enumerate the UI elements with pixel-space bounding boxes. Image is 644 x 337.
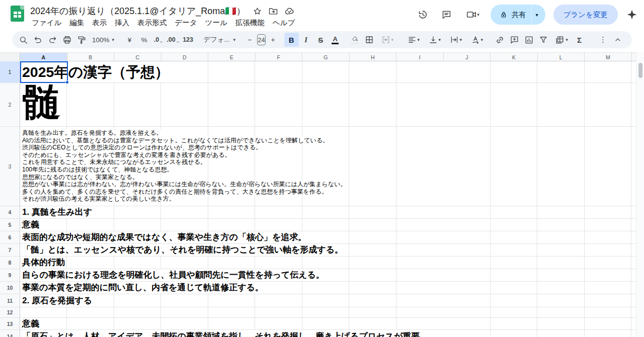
cell-a3[interactable]: 真髄を生み出す。原石を発掘する。原液を拵える。 AIの活用において、基盤となるの… (20, 127, 636, 206)
filter-icon[interactable] (536, 33, 551, 47)
row-header-9[interactable]: 9 (0, 269, 20, 282)
bold-button[interactable]: B (284, 33, 299, 47)
more-options-icon[interactable]: ⋮ (596, 33, 610, 47)
insert-link-icon[interactable] (493, 33, 507, 47)
column-header-f[interactable]: F (256, 53, 303, 61)
cell-a2[interactable]: 髄 (20, 83, 636, 127)
cell-a9[interactable]: 自らの事業における理念を明確化し、社員や顧問先に一貫性を持って伝える。 (20, 269, 636, 282)
format-currency-button[interactable]: ¥ (122, 33, 137, 47)
move-folder-icon[interactable] (268, 6, 278, 16)
row-header-1[interactable]: 1 (0, 61, 20, 83)
gemini-sparkle-icon[interactable] (626, 9, 638, 21)
star-icon[interactable] (253, 7, 262, 16)
share-dropdown[interactable]: ▾ (532, 12, 545, 18)
decrease-font-size-button[interactable]: − (244, 33, 256, 47)
redo-icon[interactable] (45, 33, 60, 47)
column-header-sliver[interactable] (632, 53, 636, 61)
italic-button[interactable]: I (299, 33, 313, 47)
more-formats-button[interactable]: 123 (181, 33, 195, 47)
row-header-2[interactable]: 2 (0, 83, 20, 127)
row-header-5[interactable]: 5 (0, 219, 20, 231)
select-all-corner[interactable] (0, 53, 20, 61)
column-header-m[interactable]: M (585, 53, 632, 61)
column-header-c[interactable]: C (114, 53, 162, 61)
menu-help[interactable]: ヘルプ (269, 17, 299, 29)
cell-a10[interactable]: 事業の本質を定期的に問い直し、内省を通じて軌道修正する。 (20, 282, 636, 294)
sheets-logo-icon[interactable] (11, 6, 24, 22)
cell-a5[interactable]: 意義 (20, 219, 636, 231)
cell-a6[interactable]: 表面的な成功や短期的な成果ではなく、事業や生き方の「核心」を追求。 (20, 231, 636, 244)
row-header-13[interactable]: 13 (0, 318, 20, 330)
decrease-decimal-button[interactable]: .0← (151, 33, 166, 47)
column-header-k[interactable]: K (491, 53, 538, 61)
text-rotation-button[interactable]: ▾ (466, 33, 488, 47)
fill-color-button[interactable] (348, 33, 362, 47)
menu-format[interactable]: 表示形式 (133, 17, 171, 29)
column-header-i[interactable]: I (396, 53, 444, 61)
cell-a14[interactable]: 「原石」とは、人材、アイデア、未開拓の事業領域を指し、それを発掘し、磨き上げるプ… (20, 330, 636, 337)
cell-a1[interactable]: 2025年の漢字（予想） (20, 61, 636, 83)
cell-a12[interactable] (20, 307, 636, 318)
text-wrap-button[interactable]: ▾ (445, 33, 466, 47)
font-select[interactable]: デフォ...▾ (200, 33, 238, 47)
menu-data[interactable]: データ (171, 17, 201, 29)
meet-video-icon[interactable]: ▾ (460, 5, 486, 25)
font-size-input[interactable]: 24 (257, 34, 265, 45)
doc-title[interactable]: 2024年の振り返り（2025.1.1@イタリア_Roma🇮🇹） (30, 5, 246, 17)
row-header-4[interactable]: 4 (0, 206, 20, 219)
column-header-l[interactable]: L (538, 53, 585, 61)
menu-tools[interactable]: ツール (201, 17, 231, 29)
row-header-12[interactable]: 12 (0, 307, 20, 318)
app-header: 2024年の振り返り（2025.1.1@イタリア_Roma🇮🇹） ファイル 編集… (0, 0, 644, 29)
cell-a8[interactable]: 具体的行動 (20, 257, 636, 269)
cloud-saved-icon[interactable] (284, 6, 295, 17)
share-button[interactable]: 共有 ▾ (491, 5, 545, 25)
row-header-10[interactable]: 10 (0, 282, 20, 294)
menu-view[interactable]: 表示 (88, 17, 111, 29)
format-percent-button[interactable]: % (137, 33, 151, 47)
column-header-e[interactable]: E (208, 53, 256, 61)
cell-a11[interactable]: 2. 原石を発掘する (20, 294, 636, 307)
increase-decimal-button[interactable]: .00→ (166, 33, 181, 47)
cell-a13[interactable]: 意義 (20, 318, 636, 330)
version-history-icon[interactable] (412, 5, 433, 25)
paint-format-icon[interactable] (74, 33, 89, 47)
change-plan-button[interactable]: プランを変更 (553, 5, 618, 25)
column-header-j[interactable]: J (444, 53, 491, 61)
row-header-6[interactable]: 6 (0, 231, 20, 244)
collapse-toolbar-icon[interactable] (610, 33, 625, 47)
row-header-8[interactable]: 8 (0, 257, 20, 269)
comments-icon[interactable] (436, 5, 457, 25)
scrollbar-thumb[interactable] (638, 63, 642, 78)
column-header-b[interactable]: B (67, 53, 115, 61)
row-header-7[interactable]: 7 (0, 244, 20, 257)
column-header-a[interactable]: A (20, 53, 67, 61)
menu-extensions[interactable]: 拡張機能 (231, 17, 269, 29)
text-color-button[interactable]: A (328, 33, 343, 47)
vertical-align-button[interactable]: ▾ (424, 33, 445, 47)
print-icon[interactable] (60, 33, 74, 47)
insert-comment-icon[interactable] (507, 33, 522, 47)
column-header-g[interactable]: G (302, 53, 350, 61)
column-header-d[interactable]: D (162, 53, 209, 61)
cell-a7[interactable]: 「髄」とは、エッセンスや核であり、それを明確に持つことで強い軸を形成する。 (20, 244, 636, 257)
menu-insert[interactable]: 挿入 (111, 17, 133, 29)
increase-font-size-button[interactable]: + (267, 33, 279, 47)
cell-a4[interactable]: 1. 真髄を生み出す (20, 206, 636, 219)
pivot-table-icon[interactable]: ▾ (551, 33, 572, 47)
zoom-select[interactable]: 100%▾ (89, 33, 117, 47)
strikethrough-button[interactable]: S (313, 33, 328, 47)
row-header-11[interactable]: 11 (0, 294, 20, 307)
search-icon[interactable] (16, 33, 31, 47)
undo-icon[interactable] (31, 33, 45, 47)
row-header-14[interactable]: 14 (0, 330, 20, 337)
horizontal-align-button[interactable]: ▾ (403, 33, 424, 47)
insert-chart-icon[interactable] (522, 33, 536, 47)
functions-sum-button[interactable]: Σ (572, 33, 587, 47)
vertical-scrollbar[interactable] (636, 52, 644, 337)
menu-file[interactable]: ファイル (28, 17, 65, 29)
menu-edit[interactable]: 編集 (65, 17, 88, 29)
row-header-3[interactable]: 3 (0, 127, 20, 206)
column-header-h[interactable]: H (350, 53, 397, 61)
borders-button[interactable] (362, 33, 377, 47)
